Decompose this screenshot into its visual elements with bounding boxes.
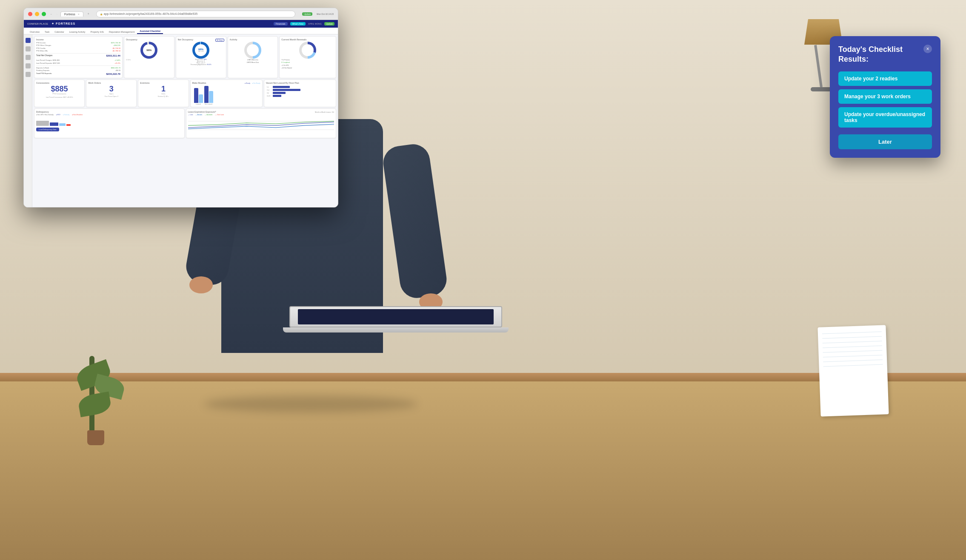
delinq-bar-3	[59, 123, 66, 126]
leased-bars	[194, 88, 203, 103]
net-occ-apps: Processing Applications: 96.4%	[178, 64, 224, 65]
delinquency-card: Delinquency ● Non-NTV / Non-Subsidy ● NT…	[34, 108, 185, 138]
sidebar-icon-users[interactable]	[26, 46, 31, 51]
occupancy-down-units: 0 96%	[126, 59, 172, 61]
tab-close[interactable]: ×	[78, 13, 80, 16]
period-selector[interactable]: 30 Days	[215, 39, 224, 42]
app-update-btn[interactable]: Update	[324, 22, 334, 26]
tab-calendar[interactable]: Calendar	[52, 30, 66, 34]
income-total-label: Total Net Charges	[36, 54, 52, 58]
renewals-donut	[299, 42, 316, 59]
dashboard-row-3: Delinquency ● Non-NTV / Non-Subsidy ● NT…	[34, 108, 336, 138]
lease-exposure-card: Lease Expiration Exposure* Month-to-Mont…	[186, 108, 337, 138]
address-bar[interactable]: 🔒 app.fortresstech.io/property/ba243169-…	[96, 11, 295, 17]
window-minimize-btn[interactable]	[35, 12, 39, 16]
work-orders-title: Work Orders	[88, 82, 134, 84]
property-name-label: CONIFER PLACE	[27, 23, 48, 25]
header-right-controls: Financials What's New APRIL WONG Update	[274, 22, 334, 26]
person-hand-left	[189, 276, 213, 293]
floor-label-3rd: 3rd	[267, 92, 272, 94]
not-leased-not-ready-bar	[209, 91, 213, 103]
app-content-area: Income PTD Income $376,756.38 PTD Other …	[32, 34, 338, 207]
desk-notebook	[817, 325, 889, 416]
delinq-legend-2: ● NTV	[56, 114, 60, 116]
checklist-item-tasks[interactable]: Update your overdue/unassigned tasks	[838, 107, 932, 128]
checklist-item-work-orders[interactable]: Manage your 3 work orders	[838, 89, 932, 104]
delinq-legend-1: ● Non-NTV / Non-Subsidy	[36, 114, 54, 116]
window-close-btn[interactable]	[28, 12, 32, 16]
renewals-title: Current Month Renewals	[281, 38, 334, 41]
concessions-title: Concessions	[36, 82, 83, 84]
url-text: app.fortresstech.io/property/ba243169-05…	[104, 12, 197, 15]
person-shadow	[204, 395, 417, 412]
floor-row-1st: 1st	[267, 86, 333, 88]
concessions-last-period: Last Period Concessions: $467 +89.95%	[36, 97, 83, 98]
floor-label-1st: 1st	[267, 86, 272, 88]
browser-chrome-bar: ← → Fortress × + 🔒 app.fortresstech.io/p…	[24, 8, 338, 20]
lamp-base	[811, 87, 832, 91]
notebook-line	[823, 346, 882, 348]
not-ready-legend: ● Not Ready	[252, 82, 260, 84]
floor-label-3rdb: 3rd B	[267, 95, 272, 97]
browser-nav-forward[interactable]: →	[56, 13, 58, 15]
lease-legend-actuals: — Actuals	[195, 114, 202, 116]
tab-property-info[interactable]: Property Info	[88, 30, 106, 34]
net-occupancy-card: Net Occupancy 30 Days 98% 245 / 250 Down…	[176, 36, 226, 78]
load-delinquency-btn[interactable]: Load Delinquency Data	[36, 128, 59, 131]
concessions-content: $885 PTD Concessions Last Period Concess…	[36, 85, 83, 98]
leased-group: Leased	[194, 88, 203, 105]
net-occ-stats: Down Units: 98% Move-ins: 0 Move-outs: 0…	[178, 59, 224, 65]
leased-not-ready-bar	[199, 94, 203, 103]
notebook-line	[823, 360, 883, 362]
browser-update-btn[interactable]: Update	[302, 12, 312, 16]
occupancy-percent: 96%	[146, 49, 151, 51]
browser-tab-fortress[interactable]: Fortress ×	[60, 11, 83, 17]
income-label: PTD Write-Offs	[36, 50, 48, 52]
tab-assisted-checklist[interactable]: Assisted Checklist	[137, 29, 163, 34]
whats-new-btn[interactable]: What's New	[290, 22, 306, 26]
evictions-sub: Eviction IQ: $0 +	[140, 96, 186, 97]
tab-leasing-activity[interactable]: Leasing Activity	[67, 30, 88, 34]
checklist-close-btn[interactable]: ×	[923, 45, 932, 53]
delinquency-bars	[36, 117, 183, 126]
checklist-item-readies[interactable]: Update your 2 readies	[838, 71, 932, 86]
notebook-line	[822, 332, 882, 334]
work-orders-open-label: Open	[88, 93, 134, 95]
make-readies-chart: Leased Not Leased	[192, 86, 260, 105]
tab-reputation-management[interactable]: Reputation Management	[106, 30, 137, 34]
activity-donut-inner	[247, 44, 259, 56]
notebook-content	[817, 325, 887, 378]
lease-legend-available: — Available	[205, 114, 212, 116]
net-occ-header: Net Occupancy 30 Days	[178, 38, 224, 42]
total-deposits-row: Total PTD Deposits $234,222.70	[36, 72, 120, 77]
occupancy-card: Occupancy 96% 0 96%	[124, 36, 174, 78]
browser-nav-back[interactable]: ←	[50, 13, 52, 15]
sidebar-icon-home[interactable]	[26, 38, 31, 43]
laptop-screen-display	[298, 309, 494, 324]
app-body: Income PTD Income $376,756.38 PTD Other …	[24, 34, 338, 207]
sidebar-icon-help[interactable]	[26, 72, 31, 77]
work-orders-prev: Prev Period Open: 0	[88, 96, 134, 97]
app-header: CONIFER PLACE ✦ FORTRESS Financials What…	[24, 20, 338, 28]
floor-bar-3rd	[273, 92, 286, 94]
concessions-card: Concessions $885 PTD Concessions Last Pe…	[34, 80, 85, 107]
delinq-legend-3: ● Subsidy	[63, 114, 70, 116]
tab-task[interactable]: Task	[42, 30, 52, 34]
dashboard-row-1: Income PTD Income $376,756.38 PTD Other …	[34, 36, 336, 78]
plant-pot	[87, 430, 104, 445]
ssl-lock-icon: 🔒	[100, 13, 103, 15]
occupancy-title: Occupancy	[126, 38, 172, 41]
delinq-bar-1	[36, 121, 49, 126]
window-maximize-btn[interactable]	[42, 12, 46, 16]
financials-btn[interactable]: Financials	[274, 22, 288, 26]
lease-chart-svg	[188, 117, 334, 132]
lease-exposure-header: Lease Expiration Exposure* Month-to-Mont…	[188, 111, 334, 114]
sidebar-icon-settings[interactable]	[26, 55, 31, 60]
tab-overview[interactable]: Overview	[27, 30, 42, 34]
work-orders-card: Work Orders 3 Open Prev Period Open: 0	[86, 80, 137, 107]
sidebar-icon-reports[interactable]	[26, 63, 31, 68]
new-tab-btn[interactable]: +	[88, 12, 89, 15]
later-btn[interactable]: Later	[838, 134, 932, 149]
tab-title: Fortress	[64, 13, 75, 16]
net-occ-units: 245 / 250	[198, 51, 204, 52]
